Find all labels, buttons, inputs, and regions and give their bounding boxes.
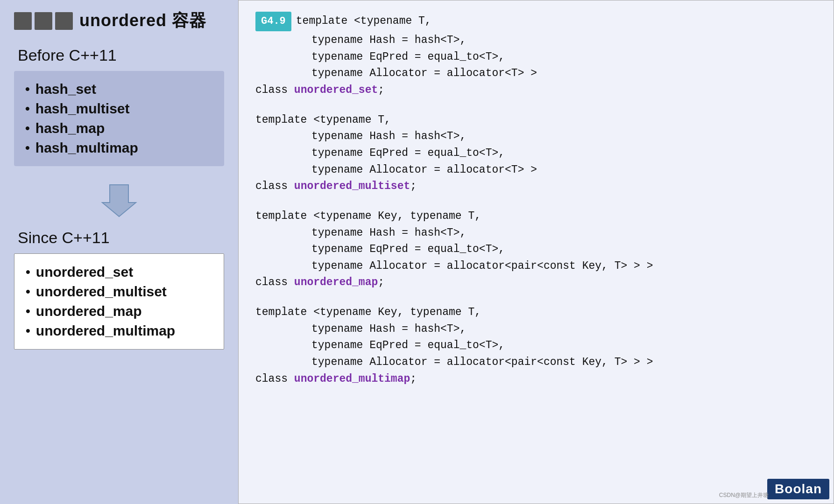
code-line: class unordered_map;: [255, 274, 817, 291]
since-item-1: unordered_set: [36, 264, 133, 280]
code-line: typename Hash = hash<T>,: [255, 32, 817, 49]
code-line: typename EqPred = equal_to<T>,: [255, 145, 817, 162]
header-icons: [14, 12, 73, 30]
bullet-2: •: [25, 101, 30, 116]
code-line: template <typename Key, typename T,: [255, 208, 817, 225]
code-line: typename Allocator = allocator<T> >: [255, 65, 817, 82]
icon-1: [14, 12, 32, 30]
before-item-4: hash_multimap: [35, 140, 138, 156]
code-block-unordered-multimap: template <typename Key, typename T, type…: [255, 304, 817, 387]
code-line: typename EqPred = equal_to<T>,: [255, 241, 817, 258]
code-block-unordered-set: G4.9 template <typename T, typename Hash…: [255, 12, 817, 99]
g49-badge: G4.9: [255, 12, 291, 31]
code-line: typename Allocator = allocator<T> >: [255, 162, 817, 179]
down-arrow-icon: [100, 180, 138, 217]
class-name-2: unordered_multiset: [294, 180, 410, 192]
list-item: • unordered_multiset: [26, 282, 212, 301]
code-block-unordered-map: template <typename Key, typename T, type…: [255, 208, 817, 291]
list-item: • unordered_map: [26, 301, 212, 321]
bullet-3: •: [25, 121, 30, 136]
header: unordered 容器: [14, 9, 224, 32]
before-item-1: hash_set: [35, 81, 96, 97]
bullet-4: •: [25, 140, 30, 155]
before-item-2: hash_multiset: [35, 101, 130, 117]
class-name-1: unordered_set: [294, 84, 378, 96]
icon-2: [35, 12, 52, 30]
icon-3: [55, 12, 73, 30]
code-line: template <typename Key, typename T,: [255, 304, 817, 321]
bullet-5: •: [26, 265, 30, 280]
page-title: unordered 容器: [79, 9, 206, 32]
code-line: typename Hash = hash<T>,: [255, 128, 817, 145]
left-panel: unordered 容器 Before C++11 • hash_set • h…: [0, 0, 238, 504]
before-box: • hash_set • hash_multiset • hash_map • …: [14, 71, 224, 166]
watermark-sub: CSDN@期望上井塘: [719, 491, 769, 499]
class-name-4: unordered_multimap: [294, 373, 410, 385]
since-item-3: unordered_map: [36, 303, 142, 319]
code-line: typename Hash = hash<T>,: [255, 225, 817, 242]
code-line: template <typename T,: [296, 13, 431, 30]
code-block-unordered-multiset: template <typename T, typename Hash = ha…: [255, 112, 817, 195]
list-item: • hash_map: [25, 119, 213, 138]
code-line: typename EqPred = equal_to<T>,: [255, 49, 817, 66]
code-line: typename Hash = hash<T>,: [255, 321, 817, 338]
since-label: Since C++11: [18, 229, 224, 247]
boolan-watermark: Boolan: [767, 479, 829, 499]
before-item-3: hash_map: [35, 120, 105, 136]
code-line: template <typename T,: [255, 112, 817, 129]
code-line: class unordered_multimap;: [255, 371, 817, 388]
bullet-6: •: [26, 284, 30, 299]
bullet-7: •: [26, 304, 30, 319]
code-line: typename Allocator = allocator<pair<cons…: [255, 258, 817, 275]
list-item: • unordered_multimap: [26, 321, 212, 341]
bullet-1: •: [25, 82, 30, 97]
after-box: • unordered_set • unordered_multiset • u…: [14, 253, 224, 350]
svg-marker-0: [102, 185, 136, 217]
list-item: • hash_multimap: [25, 138, 213, 158]
before-label: Before C++11: [18, 46, 224, 64]
code-line: class unordered_multiset;: [255, 178, 817, 195]
since-item-2: unordered_multiset: [36, 284, 167, 300]
bullet-8: •: [26, 323, 30, 338]
code-line: typename Allocator = allocator<pair<cons…: [255, 354, 817, 371]
list-item: • hash_multiset: [25, 99, 213, 119]
class-name-3: unordered_map: [294, 276, 378, 288]
list-item: • hash_set: [25, 79, 213, 99]
since-item-4: unordered_multimap: [36, 323, 175, 339]
right-panel: G4.9 template <typename T, typename Hash…: [238, 0, 834, 504]
arrow-container: [14, 180, 224, 217]
list-item: • unordered_set: [26, 262, 212, 282]
code-line: typename EqPred = equal_to<T>,: [255, 337, 817, 354]
code-line: class unordered_set;: [255, 82, 817, 99]
